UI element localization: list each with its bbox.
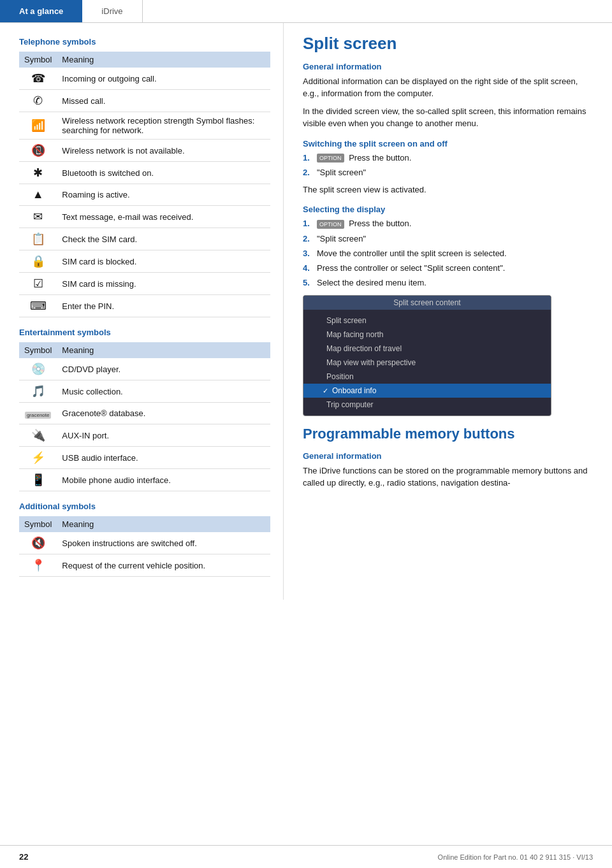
screen-menu-item: Map direction of travel [303,342,551,356]
option-button-icon-2: OPTION [317,220,344,229]
right-column: Split screen General information Additio… [284,23,612,600]
entertainment-symbols-table: Symbol Meaning 💿CD/DVD player.🎵Music col… [19,342,270,491]
split-screen-main-heading: Split screen [303,34,596,53]
additional-symbol: 📍 [19,554,57,577]
telephone-row: 📵Wireless network is not available. [19,140,270,162]
screen-menu: Split screen Map facing north Map direct… [303,310,551,416]
telephone-symbol: ⌨ [19,295,57,317]
additional-meaning: Spoken instructions are switched off. [57,532,270,554]
entertainment-symbol: gracenote [19,403,57,424]
bottom-bar: 22 Online Edition for Part no. 01 40 2 9… [0,845,612,868]
screen-title-bar: Split screen content [303,296,551,310]
entertainment-meaning: Mobile phone audio interface. [57,469,270,491]
telephone-row: ▲Roaming is active. [19,184,270,206]
select-step-5: 5. Select the desired menu item. [303,277,596,289]
screen-menu-item: ✓Onboard info [303,384,551,398]
telephone-meaning: Roaming is active. [57,184,270,206]
entertainment-col2-header: Meaning [57,342,270,358]
entertainment-meaning: Music collection. [57,380,270,403]
telephone-symbol: ▲ [19,184,57,206]
telephone-meaning: Text message, e-mail was received. [57,206,270,228]
page-number: 22 [19,852,28,862]
telephone-meaning: Check the SIM card. [57,228,270,250]
telephone-meaning: SIM card is blocked. [57,250,270,273]
additional-symbols-heading: Additional symbols [19,502,270,511]
telephone-symbol: ☎ [19,68,57,90]
prog-general-info-heading: General information [303,451,596,461]
check-icon: ✓ [323,387,328,395]
telephone-row: 📋Check the SIM card. [19,228,270,250]
entertainment-symbols-heading: Entertainment symbols [19,328,270,337]
tab-at-a-glance[interactable]: At a glance [0,0,82,22]
left-column: Telephone symbols Symbol Meaning ☎Incomi… [0,23,284,600]
telephone-symbol: 📵 [19,140,57,162]
entertainment-row: 🔌AUX-IN port. [19,424,270,447]
entertainment-symbol: 🎵 [19,380,57,403]
telephone-row: ✉Text message, e-mail was received. [19,206,270,228]
telephone-symbol: ✆ [19,90,57,112]
telephone-symbol: 📋 [19,228,57,250]
selecting-display-heading: Selecting the display [303,205,596,214]
telephone-symbol: ☑ [19,273,57,295]
telephone-row: ✆Missed call. [19,90,270,112]
entertainment-symbol: 🔌 [19,424,57,447]
switch-step-2: 2. "Split screen" [303,167,596,178]
telephone-row: 🔒SIM card is blocked. [19,250,270,273]
tab-idrive[interactable]: iDrive [82,0,142,22]
content-wrapper: Telephone symbols Symbol Meaning ☎Incomi… [0,23,612,600]
entertainment-meaning: USB audio interface. [57,447,270,469]
split-screen-activated-text: The split screen view is activated. [303,184,596,196]
footer-text: Online Edition for Part no. 01 40 2 911 … [438,853,593,861]
select-step-4: 4. Press the controller or select "Split… [303,263,596,274]
telephone-row: ☎Incoming or outgoing call. [19,68,270,90]
split-screen-screenshot: Split screen content Split screen Map fa… [303,295,551,416]
additional-col1-header: Symbol [19,516,57,532]
entertainment-meaning: AUX-IN port. [57,424,270,447]
telephone-meaning: Bluetooth is switched on. [57,162,270,184]
screen-menu-item: Map view with perspective [303,356,551,370]
screen-menu-item: Split screen [303,314,551,328]
select-step-3: 3. Move the controller until the split s… [303,248,596,259]
telephone-col1-header: Symbol [19,52,57,68]
telephone-meaning: Enter the PIN. [57,295,270,317]
telephone-col2-header: Meaning [57,52,270,68]
telephone-row: ⌨Enter the PIN. [19,295,270,317]
entertainment-row: gracenoteGracenote® database. [19,403,270,424]
select-step-2: 2. "Split screen" [303,233,596,245]
entertainment-row: 🎵Music collection. [19,380,270,403]
top-navigation: At a glance iDrive [0,0,612,23]
general-info-heading: General information [303,62,596,71]
telephone-row: 📶Wireless network reception strength Sym… [19,112,270,140]
screen-menu-item: Map facing north [303,328,551,342]
option-button-icon: OPTION [317,154,344,163]
switching-heading: Switching the split screen on and off [303,139,596,148]
entertainment-row: 💿CD/DVD player. [19,358,270,380]
entertainment-symbol: 💿 [19,358,57,380]
entertainment-row: 📱Mobile phone audio interface. [19,469,270,491]
telephone-symbol: 🔒 [19,250,57,273]
entertainment-symbol: 📱 [19,469,57,491]
additional-col2-header: Meaning [57,516,270,532]
telephone-meaning: Missed call. [57,90,270,112]
general-info-p2: In the divided screen view, the so-calle… [303,105,596,130]
selecting-steps-list: 1. OPTION Press the button. 2. "Split sc… [303,218,596,289]
entertainment-row: ⚡USB audio interface. [19,447,270,469]
general-info-p1: Additional information can be displayed … [303,75,596,100]
entertainment-meaning: CD/DVD player. [57,358,270,380]
additional-row: 📍Request of the current vehicle position… [19,554,270,577]
telephone-meaning: Wireless network is not available. [57,140,270,162]
programmable-buttons-heading: Programmable memory buttons [303,426,596,442]
telephone-symbol: ✉ [19,206,57,228]
telephone-meaning: SIM card is missing. [57,273,270,295]
screen-menu-item: Trip computer [303,398,551,412]
entertainment-col1-header: Symbol [19,342,57,358]
telephone-row: ☑SIM card is missing. [19,273,270,295]
switching-steps-list: 1. OPTION Press the button. 2. "Split sc… [303,152,596,178]
telephone-symbol: 📶 [19,112,57,140]
telephone-meaning: Incoming or outgoing call. [57,68,270,90]
telephone-symbol: ✱ [19,162,57,184]
screen-menu-item: Position [303,370,551,384]
entertainment-symbol: ⚡ [19,447,57,469]
telephone-row: ✱Bluetooth is switched on. [19,162,270,184]
select-step-1: 1. OPTION Press the button. [303,218,596,229]
